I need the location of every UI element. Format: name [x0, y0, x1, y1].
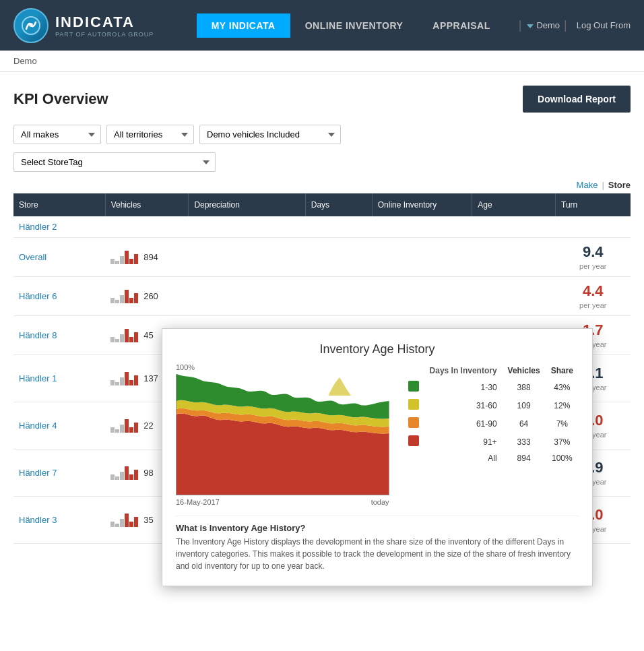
turn-cell: 9.4per year: [556, 238, 631, 277]
make-store-selector: Make | Store: [13, 180, 631, 190]
th-turn: Turn: [556, 193, 631, 216]
online-cell: [372, 277, 472, 316]
vehicle-bar: [134, 423, 138, 433]
popup-title: Inventory Age History: [176, 342, 579, 356]
download-report-button[interactable]: Download Report: [523, 86, 631, 113]
th-age-label: Age: [478, 200, 492, 210]
vehicle-bar: [110, 298, 115, 303]
tab-my-indicata[interactable]: MY INDICATA: [197, 13, 290, 38]
logout-link[interactable]: Log Out From: [577, 20, 631, 30]
user-menu[interactable]: Demo: [536, 20, 560, 30]
popup-chart: 100%: [176, 363, 389, 506]
store-link-overall[interactable]: Overall: [19, 252, 46, 262]
vehicle-bar: [125, 329, 129, 342]
vehicle-bar: [125, 419, 129, 433]
vehicle-bars: [110, 329, 138, 342]
th-vehicles-label: Vehicles: [111, 200, 141, 210]
turn-value: 9.4per year: [561, 243, 625, 271]
vehicle-bar: [110, 522, 115, 527]
kpi-table-container: Make | Store Store Vehicles Depreciation: [13, 180, 631, 544]
store-link-handler2[interactable]: Händler 2: [19, 222, 57, 232]
page-header: KPI Overview Download Report: [13, 86, 631, 113]
online-cell: [372, 238, 472, 277]
th-age: Age: [472, 193, 556, 216]
make-store-separator: |: [602, 180, 604, 190]
vehicle-bars: [110, 514, 138, 527]
chart-pct-label: 100%: [176, 363, 389, 371]
header-separator: |: [519, 18, 522, 32]
header-separator2: [527, 20, 534, 30]
inventory-age-popup: Inventory Age History 100%: [162, 328, 593, 586]
vehicle-count: 22: [143, 421, 153, 431]
turn-value: 4.4per year: [561, 282, 625, 310]
chart-area: [176, 374, 389, 495]
vehicle-bar: [125, 514, 129, 527]
turn-number: 9.4: [583, 243, 604, 260]
vehicles-cell: 260: [105, 277, 189, 316]
vehicle-bars: [110, 251, 138, 264]
vehicle-bar: [115, 339, 119, 342]
vehicle-bar: [129, 259, 133, 264]
territories-filter[interactable]: All territories: [106, 125, 194, 144]
vehicle-bar: [120, 519, 124, 527]
store-link-handler1[interactable]: Händler 1: [19, 373, 57, 383]
store-link-handler8[interactable]: Händler 8: [19, 330, 57, 340]
vehicle-bar: [115, 382, 119, 385]
make-link[interactable]: Make: [577, 180, 598, 190]
depreciation-cell: [189, 238, 305, 277]
vehicle-bar: [115, 429, 119, 433]
store-link[interactable]: Store: [608, 180, 631, 190]
logo-text: INDICATA PART OF AUTOROLA GROUP: [55, 13, 154, 38]
vehicle-bar: [120, 377, 124, 385]
tab-online-inventory[interactable]: ONLINE INVENTORY: [290, 13, 418, 38]
legend-header-vehicles: Vehicles: [503, 363, 546, 378]
store-link-handler3[interactable]: Händler 3: [19, 515, 57, 525]
makes-filter[interactable]: All makes: [13, 125, 101, 144]
depreciation-cell: [189, 216, 305, 238]
logo-area: INDICATA PART OF AUTOROLA GROUP: [13, 8, 154, 43]
vehicle-bar: [110, 427, 115, 433]
filters: All makes All territories Demo vehicles …: [13, 125, 631, 144]
vehicle-bar: [129, 522, 133, 527]
popup-explain-title: What is Inventory Age History?: [176, 523, 579, 533]
chart-to-label: today: [371, 498, 389, 506]
vehicle-count: 45: [143, 330, 153, 340]
vehicle-bar: [129, 337, 133, 342]
vehicle-bar: [134, 293, 138, 303]
logo-icon: [13, 8, 49, 43]
age-chart-cell: [472, 238, 556, 277]
popup-legend: Days In Inventory Vehicles Share 1-30388…: [403, 363, 579, 506]
nav-tabs: MY INDICATA ONLINE INVENTORY APPRAISAL: [197, 13, 505, 38]
th-online: Online Inventory: [372, 193, 472, 216]
vehicle-bar: [110, 259, 115, 264]
breadcrumb: Demo: [0, 51, 644, 72]
vehicle-bars: [110, 466, 138, 480]
storetag-filter[interactable]: Select StoreTag: [13, 152, 216, 172]
vehicle-bar: [120, 472, 124, 480]
storetag-filter-row: Select StoreTag: [13, 152, 631, 172]
days-cell: [305, 216, 372, 238]
depreciation-cell: [189, 277, 305, 316]
th-store: Store: [13, 193, 105, 216]
vehicles-cell: [105, 216, 189, 238]
vehicle-bar: [134, 517, 138, 527]
vehicle-bar: [115, 300, 119, 303]
header-sep2: |: [564, 18, 567, 32]
demo-filter[interactable]: Demo vehicles Included: [199, 125, 341, 144]
vehicle-chart: 894: [110, 251, 183, 264]
days-cell: [305, 277, 372, 316]
vehicle-bar: [129, 474, 133, 480]
tab-appraisal[interactable]: APPRAISAL: [418, 13, 505, 38]
store-link-handler6[interactable]: Händler 6: [19, 291, 57, 301]
store-link-handler4[interactable]: Händler 4: [19, 421, 57, 431]
vehicle-count: 35: [143, 515, 153, 525]
vehicle-count: 894: [143, 252, 158, 262]
turn-label: per year: [579, 262, 606, 270]
vehicle-bar: [120, 425, 124, 433]
turn-cell: 4.4per year: [556, 277, 631, 316]
table-row: Händler 2: [13, 216, 631, 238]
th-days: Days: [305, 193, 372, 216]
store-link-handler7[interactable]: Händler 7: [19, 468, 57, 478]
legend-header-days: Days In Inventory: [424, 363, 503, 378]
table-row: Overall8949.4per year: [13, 238, 631, 277]
